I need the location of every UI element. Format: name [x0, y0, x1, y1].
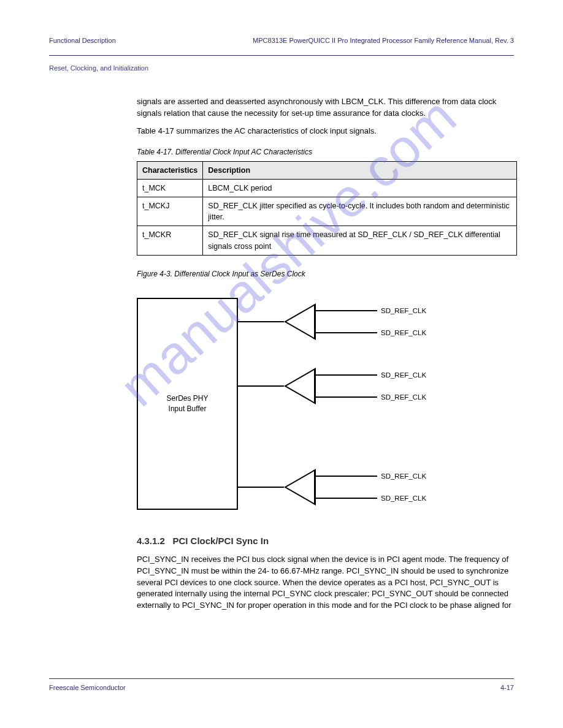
serdes-block: SerDes PHY Input Buffer: [137, 298, 238, 510]
signal-label: SD_REF_CLK: [381, 471, 426, 482]
wire: [316, 310, 377, 311]
cell-char: t_MCKJ: [137, 197, 203, 226]
signal-label: SD_REF_CLK: [381, 392, 426, 403]
page-footer: Freescale Semiconductor 4-17: [49, 678, 514, 691]
continuation-paragraph: signals are asserted and deasserted asyn…: [137, 96, 514, 119]
cell-desc: LBCM_CLK period: [203, 180, 517, 197]
col-characteristics: Characteristics: [137, 161, 203, 179]
header-left: Functional Description: [49, 37, 116, 44]
cell-desc: SD_REF_CLK jitter specified as cycle-to-…: [203, 197, 517, 226]
table-row: t_MCK LBCM_CLK period: [137, 180, 517, 197]
section-number: 4.3.1.2: [137, 536, 165, 546]
section-paragraph: PCI_SYNC_IN receives the PCI bus clock s…: [137, 554, 514, 612]
buffer-icon: [284, 368, 316, 404]
signal-label: SD_REF_CLK: [381, 306, 426, 316]
footer-left: Freescale Semiconductor: [49, 684, 126, 691]
table-title: Table 4-17. Differential Clock Input AC …: [137, 147, 514, 157]
col-description: Description: [203, 161, 517, 179]
footer-rule: [49, 678, 514, 679]
wire: [316, 498, 377, 499]
buffer-icon: [284, 469, 316, 506]
header-rule: [49, 55, 514, 56]
table-row: t_MCKR SD_REF_CLK signal rise time measu…: [137, 226, 517, 255]
wire: [238, 487, 284, 488]
serdes-diagram: SerDes PHY Input Buffer SD_REF_CLK SD_RE…: [137, 284, 425, 517]
wire: [316, 374, 377, 376]
signal-label: SD_REF_CLK: [381, 493, 426, 504]
signal-label: SD_REF_CLK: [381, 328, 426, 338]
footer-right: 4-17: [500, 684, 514, 691]
body-text: signals are asserted and deasserted asyn…: [137, 96, 514, 612]
buffer-icon: [284, 303, 316, 340]
wire: [316, 476, 377, 477]
cell-desc: SD_REF_CLK signal rise time measured at …: [203, 226, 517, 255]
signal-label: SD_REF_CLK: [381, 370, 426, 381]
table-header-row: Characteristics Description: [137, 161, 517, 179]
intro-paragraph: Table 4-17 summarizes the AC characteris…: [137, 126, 514, 137]
ac-characteristics-table: Characteristics Description t_MCK LBCM_C…: [137, 161, 517, 256]
figure-title: Figure 4-3. Differential Clock Input as …: [137, 269, 514, 279]
section-heading: 4.3.1.2 PCI Clock/PCI Sync In: [137, 534, 514, 548]
table-row: t_MCKJ SD_REF_CLK jitter specified as cy…: [137, 197, 517, 226]
section-title: PCI Clock/PCI Sync In: [172, 536, 269, 546]
cell-char: t_MCK: [137, 180, 203, 197]
block-label: SerDes PHY Input Buffer: [163, 393, 212, 414]
wire: [238, 385, 284, 387]
wire: [238, 321, 284, 322]
page-header: Functional Description MPC8313E PowerQUI…: [49, 37, 514, 44]
cell-char: t_MCKR: [137, 226, 203, 255]
wire: [316, 332, 377, 333]
header-right: MPC8313E PowerQUICC II Pro Integrated Pr…: [253, 37, 514, 44]
breadcrumb: Reset, Clocking, and Initialization: [49, 64, 514, 72]
wire: [316, 396, 377, 398]
page-content: Functional Description MPC8313E PowerQUI…: [49, 37, 514, 691]
